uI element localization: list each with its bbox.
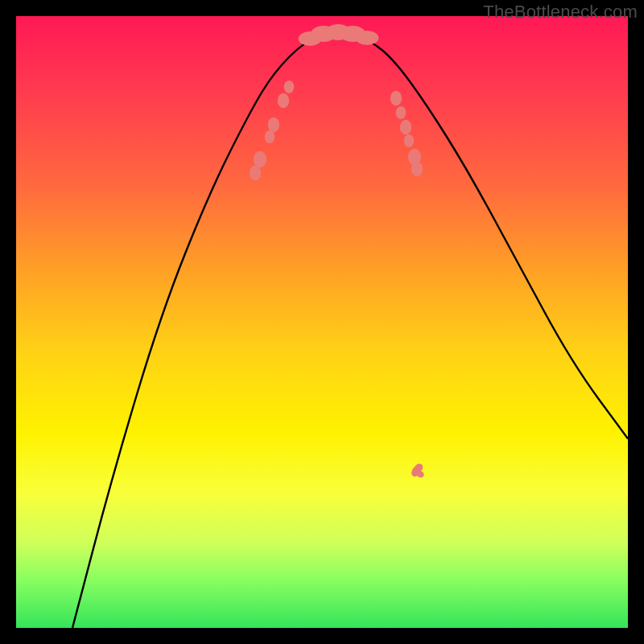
marker-dot [396,106,407,119]
bottom-blob [356,31,379,45]
markers-left [250,80,295,180]
curve-svg [16,16,628,628]
marker-dot [254,151,266,168]
marker-dot [284,80,295,93]
markers-right [390,91,423,176]
marker-dot [265,130,275,143]
marker-dot [268,118,279,132]
marker-dot [400,120,411,134]
marker-dot [390,91,402,105]
marker-dot [250,166,261,180]
marker-dot [404,134,415,147]
bottom-blob-cluster [299,24,379,46]
chart-frame: TheBottleneck.com [0,0,644,644]
marker-dot [408,149,421,166]
right-marker-fuzz [411,464,424,477]
plot-area [16,16,628,628]
bottleneck-curve [72,31,628,628]
marker-dot [278,93,289,108]
watermark-text: TheBottleneck.com [483,2,638,23]
